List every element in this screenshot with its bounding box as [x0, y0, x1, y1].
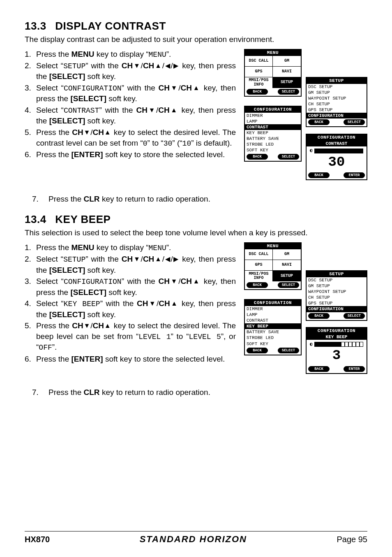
- heading-text: KEY BEEP: [55, 213, 111, 225]
- step-item: 2.Select “SETUP” with the CH▼/CH▲/◀/▶ ke…: [25, 60, 236, 82]
- heading-num: 13.3: [25, 20, 46, 32]
- steps-13-3: 1.Press the MENU key to display “MENU”.2…: [25, 49, 236, 161]
- section-key-beep: 13.4 KEY BEEP This selection is used to …: [25, 213, 367, 397]
- footer-page: Page 95: [337, 535, 367, 544]
- step-item: 5.Press the CH▼/CH▲ key to select the de…: [25, 127, 236, 149]
- step-item: 1.Press the MENU key to display “MENU”.: [25, 242, 236, 253]
- step-item: 2.Select “SETUP” with the CH▼/CH▲/◀/▶ ke…: [25, 254, 236, 275]
- lcd-setup: SETUPDSC SETUPGM SETUPWAYPOINT SETUPCH S…: [306, 77, 367, 128]
- step-item: 4.Select “CONTRAST” with the CH▼/CH▲ key…: [25, 105, 236, 126]
- lcd-cluster-13-4: MENUDSC CALLGMGPSNAVIMMSI/POS INFOSETUP …: [244, 242, 367, 382]
- heading-text: DISPLAY CONTRAST: [55, 20, 166, 32]
- step-13-3-7: 7. Press the CLR key to return to radio …: [25, 194, 367, 204]
- footer-brand: STANDARD HORIZON: [140, 534, 247, 545]
- heading-13-3: 13.3 DISPLAY CONTRAST: [25, 20, 367, 32]
- page-footer: HX870 STANDARD HORIZON Page 95: [25, 531, 367, 545]
- intro-13-4: This selection is used to select the bee…: [25, 227, 367, 238]
- heading-13-4: 13.4 KEY BEEP: [25, 213, 367, 226]
- heading-num: 13.4: [25, 213, 46, 225]
- lcd-configuration: CONFIGURATIONDIMMERLAMPCONTRASTKEY BEEPB…: [244, 106, 302, 162]
- intro-13-3: The display contrast can be adjusted to …: [25, 34, 367, 45]
- step-item: 4.Select “KEY BEEP” with the CH▼/CH▲ key…: [25, 298, 236, 320]
- lcd-configuration: CONFIGURATIONDIMMERLAMPCONTRASTKEY BEEPB…: [244, 299, 302, 355]
- steps-13-4: 1.Press the MENU key to display “MENU”.2…: [25, 242, 236, 365]
- lcd-menu: MENUDSC CALLGMGPSNAVIMMSI/POS INFOSETUP …: [244, 242, 302, 290]
- step-item: 1.Press the MENU key to display “MENU”.: [25, 49, 236, 60]
- step-item: 6.Press the [ENTER] soft key to store th…: [25, 354, 236, 364]
- step-item: 3.Select “CONFIGURATION” with the CH▼/CH…: [25, 276, 236, 297]
- step-13-4-7: 7. Press the CLR key to return to radio …: [25, 387, 367, 398]
- lcd-detail: CONFIGURATIONKEY BEEP ◐ 3 BACKENTER: [306, 327, 367, 374]
- lcd-cluster-13-3: MENUDSC CALLGMGPSNAVIMMSI/POS INFOSETUP …: [244, 49, 367, 189]
- section-display-contrast: 13.3 DISPLAY CONTRAST The display contra…: [25, 20, 367, 204]
- footer-model: HX870: [25, 535, 50, 544]
- lcd-menu: MENUDSC CALLGMGPSNAVIMMSI/POS INFOSETUP …: [244, 49, 302, 97]
- step-item: 6.Press the [ENTER] soft key to store th…: [25, 149, 236, 160]
- step-item: 5.Press the CH▼/CH▲ key to select the de…: [25, 320, 236, 353]
- step-item: 3.Select “CONFIGURATION” with the CH▼/CH…: [25, 83, 236, 104]
- lcd-setup: SETUPDSC SETUPGM SETUPWAYPOINT SETUPCH S…: [306, 270, 367, 321]
- lcd-detail: CONFIGURATIONCONTRAST ◐ 30 BACKENTER: [306, 134, 367, 181]
